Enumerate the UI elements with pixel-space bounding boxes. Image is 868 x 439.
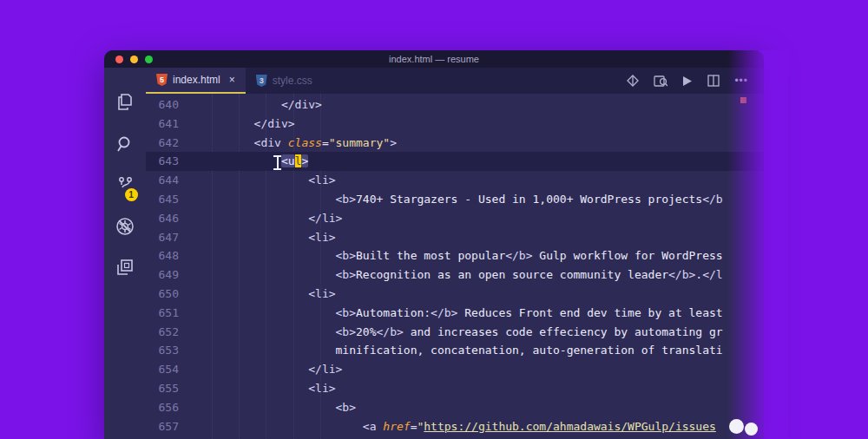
activity-bar: 1	[104, 68, 146, 439]
code-line[interactable]: 640 </div>	[146, 95, 764, 115]
close-tab-icon[interactable]: ×	[229, 74, 235, 86]
line-number: 649	[146, 265, 200, 285]
code-line[interactable]: 645 <b>740+ Stargazers - Used in 1,000+ …	[146, 190, 764, 209]
code-segment: </b>	[431, 306, 457, 319]
line-number: 641	[146, 115, 200, 134]
code-lines: 640 </div>641 </div>642 <div class="summ…	[146, 95, 764, 436]
sidebar-item-debug[interactable]	[104, 211, 146, 246]
code-line[interactable]: 655 <li>	[146, 379, 764, 398]
code-line[interactable]: 646 </li>	[146, 209, 764, 228]
tab-label: style.css	[273, 75, 312, 87]
line-number: 646	[146, 209, 200, 228]
css3-file-icon: 3	[256, 75, 267, 87]
code-segment: href	[383, 420, 410, 433]
text-select-cursor-icon	[273, 155, 281, 170]
code-line[interactable]: 648 <b>Built the most popular</b> Gulp w…	[146, 246, 764, 265]
line-number: 650	[146, 285, 200, 304]
overview-ruler-marker	[740, 97, 746, 103]
code-segment: </b>	[505, 249, 532, 262]
code-text: <b>Built the most popular</b> Gulp workf…	[200, 246, 764, 265]
sidebar-item-search[interactable]	[104, 128, 146, 163]
split-editor-icon[interactable]	[707, 75, 720, 87]
line-number: 656	[146, 398, 200, 417]
code-line[interactable]: 650 <li>	[146, 285, 764, 304]
code-text: <b>Recognition as an open source communi…	[200, 265, 764, 285]
code-line[interactable]: 653 minification, concatenation, auto-ge…	[146, 341, 764, 360]
line-number: 652	[146, 323, 200, 342]
code-segment: <b>	[200, 401, 356, 414]
code-line[interactable]: 642 <div class="summary">	[146, 134, 764, 153]
run-icon[interactable]	[682, 75, 693, 87]
code-segment	[200, 154, 281, 167]
code-line[interactable]: 651 <b>Automation:</b> Reduces Front end…	[146, 304, 764, 323]
files-icon	[115, 92, 135, 116]
code-segment: Recognition as an open source community …	[356, 268, 668, 281]
code-segment: </b>	[377, 325, 404, 338]
code-segment: <a	[200, 420, 383, 433]
line-number: 657	[146, 417, 200, 436]
code-text: <b>Automation:</b> Reduces Front end dev…	[200, 304, 764, 323]
code-segment: <li>	[200, 231, 336, 244]
line-number: 647	[146, 228, 200, 247]
watermark-dot	[729, 419, 744, 434]
code-segment: <li>	[200, 174, 336, 187]
code-line[interactable]: 643 <ul>	[146, 152, 764, 171]
code-segment: class	[288, 136, 322, 149]
html5-file-icon: 5	[156, 74, 168, 86]
code-text: <li>	[200, 171, 764, 190]
editor-actions: •••	[627, 68, 748, 94]
code-segment: https://github.com/ahmadawais/WPGulp/iss…	[424, 420, 716, 433]
tab-style-css[interactable]: 3 style.css	[246, 68, 323, 94]
code-text: <div class="summary">	[200, 134, 764, 153]
code-line[interactable]: 657 <a href="https://github.com/ahmadawa…	[146, 417, 764, 436]
extensions-icon	[115, 258, 135, 280]
code-line[interactable]: 654 </li>	[146, 360, 764, 379]
tab-bar: 5 index.html × 3 style.css	[146, 68, 764, 94]
code-text: </li>	[200, 209, 764, 228]
code-segment: <b>	[200, 193, 356, 206]
code-segment: Gulp workflow for WordPress	[533, 249, 723, 262]
code-segment: </b	[702, 193, 722, 206]
code-segment: <b>	[200, 249, 356, 262]
code-segment: <u	[281, 154, 295, 167]
tab-index-html[interactable]: 5 index.html ×	[146, 68, 246, 94]
code-segment: <div	[200, 136, 288, 149]
line-number: 648	[146, 246, 200, 265]
code-line[interactable]: 641 </div>	[146, 115, 764, 134]
code-editor[interactable]: 640 </div>641 </div>642 <div class="summ…	[146, 94, 764, 439]
open-changes-icon[interactable]	[627, 75, 639, 87]
open-preview-icon[interactable]	[654, 75, 667, 88]
sidebar-item-extensions[interactable]	[104, 252, 146, 286]
code-line[interactable]: 656 <b>	[146, 398, 764, 417]
titlebar: index.html — resume	[104, 50, 764, 68]
code-segment: .	[695, 268, 702, 281]
line-number: 640	[146, 95, 200, 115]
code-line[interactable]: 649 <b>Recognition as an open source com…	[146, 265, 764, 285]
code-text: <b>740+ Stargazers - Used in 1,000+ Word…	[200, 190, 764, 209]
code-segment: </li>	[200, 212, 342, 225]
code-segment: <li>	[200, 287, 336, 300]
code-text: </li>	[200, 360, 764, 379]
line-number: 644	[146, 171, 200, 190]
more-actions-icon[interactable]: •••	[734, 75, 748, 87]
code-segment: Reduces Front end dev time by at least	[457, 306, 722, 319]
code-text: <ul>	[200, 152, 764, 171]
sidebar-item-explorer[interactable]	[104, 87, 146, 121]
code-text: <b>	[200, 398, 764, 417]
code-segment: Built the most popular	[356, 249, 505, 262]
line-number: 645	[146, 190, 200, 209]
sidebar-item-source-control[interactable]: 1	[104, 170, 146, 205]
code-segment: and increases code effeciency by automat…	[404, 325, 723, 338]
window-title: index.html — resume	[104, 54, 764, 64]
code-segment: 740+ Stargazers - Used in 1,000+ WordPre…	[356, 193, 702, 206]
code-line[interactable]: 652 <b>20%</b> and increases code effeci…	[146, 323, 764, 342]
code-segment: </li>	[200, 363, 342, 376]
code-line[interactable]: 647 <li>	[146, 228, 764, 247]
code-segment: "summary"	[329, 136, 390, 149]
code-segment: <b>	[200, 306, 356, 319]
code-segment: </div>	[200, 98, 322, 111]
code-line[interactable]: 644 <li>	[146, 171, 764, 190]
code-text: <b>20%</b> and increases code effeciency…	[200, 323, 764, 342]
source-control-badge: 1	[125, 188, 138, 201]
code-segment: =	[322, 136, 329, 149]
